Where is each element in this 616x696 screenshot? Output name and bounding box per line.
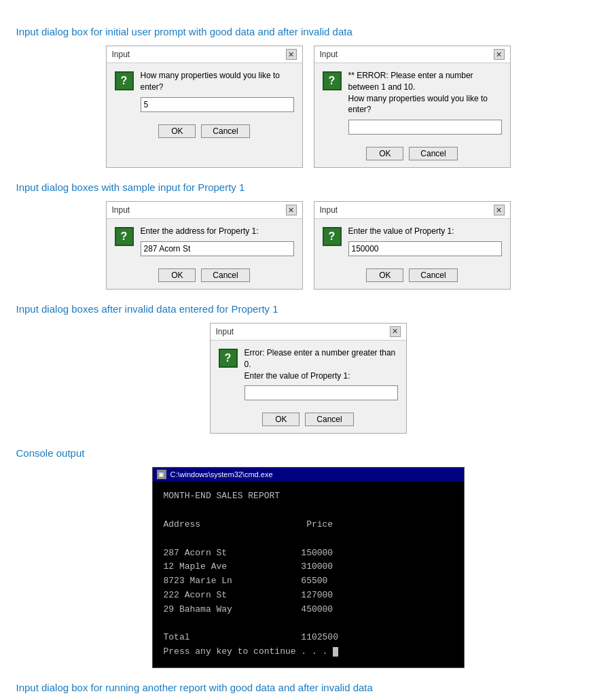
section2-dialog2-cancel[interactable]: Cancel <box>409 268 457 282</box>
console-blank2 <box>164 532 453 546</box>
section4-title: Console output <box>16 447 600 459</box>
section1-dialog2-title: Input <box>320 50 338 59</box>
section5-title: Input dialog box for running another rep… <box>16 682 600 693</box>
section2-dialog2-body: ? Enter the value of Property 1: <box>314 219 510 263</box>
section1-dialog2-message: ** ERROR: Please enter a number between … <box>348 70 502 116</box>
section2-dialog1-body: ? Enter the address for Property 1: <box>107 219 302 263</box>
section2-dialog1-message: Enter the address for Property 1: <box>141 226 294 237</box>
section1-dialog2: Input ✕ ? ** ERROR: Please enter a numbe… <box>314 46 511 168</box>
section3-dialog1-message: Error: Please enter a number greater tha… <box>244 347 398 381</box>
section1-dialog1-ok[interactable]: OK <box>158 124 196 138</box>
section2-heading: Input dialog boxes with sample input for… <box>16 181 600 193</box>
section2-dialog1-input[interactable] <box>141 241 294 256</box>
section2-dialog2-icon: ? <box>323 227 342 246</box>
console-blank1 <box>164 504 453 518</box>
section2-dialog2: Input ✕ ? Enter the value of Property 1:… <box>314 201 511 290</box>
section2-dialog1: Input ✕ ? Enter the address for Property… <box>106 201 303 290</box>
section1-heading: Input dialog box for initial user prompt… <box>16 26 600 37</box>
console-row-1: 12 Maple Ave 310000 <box>164 560 453 574</box>
section3-dialog1-ok[interactable]: OK <box>262 413 300 426</box>
section1-dialog1-message: How many properties would you like to en… <box>141 70 294 93</box>
section3-dialog1-title: Input <box>216 327 234 336</box>
section2-dialog2-input[interactable] <box>348 241 502 256</box>
section3-dialog1-buttons: OK Cancel <box>211 407 406 433</box>
section3-heading: Input dialog boxes after invalid data en… <box>16 303 600 315</box>
section3-dialog1-input[interactable] <box>244 385 398 400</box>
section1-dialog1-titlebar: Input ✕ <box>107 46 302 63</box>
section1-dialog1-cancel[interactable]: Cancel <box>201 124 249 138</box>
console-title-text: C:\windows\system32\cmd.exe <box>170 470 273 478</box>
console-icon: ▣ <box>157 470 166 479</box>
section1-dialog1-input[interactable] <box>141 97 294 112</box>
section1-dialog1-icon: ? <box>115 71 134 90</box>
section3-dialog1-close[interactable]: ✕ <box>390 326 401 337</box>
section2-dialog2-titlebar: Input ✕ <box>314 202 510 219</box>
section3-dialogs: Input ✕ ? Error: Please enter a number g… <box>16 323 600 434</box>
console-titlebar: ▣ C:\windows\system32\cmd.exe <box>153 468 464 481</box>
section2-dialog1-cancel[interactable]: Cancel <box>201 268 249 282</box>
section1-dialog1-body: ? How many properties would you like to … <box>107 63 302 119</box>
section2-dialog2-content: Enter the value of Property 1: <box>348 226 502 256</box>
section1-dialog1: Input ✕ ? How many properties would you … <box>106 46 303 168</box>
section1-dialog1-content: How many properties would you like to en… <box>141 70 294 112</box>
section1-dialog2-close[interactable]: ✕ <box>494 49 505 60</box>
section1-dialog1-buttons: OK Cancel <box>107 119 302 145</box>
section2-dialog2-close[interactable]: ✕ <box>494 205 505 215</box>
console-row-2: 8723 Marie Ln 65500 <box>164 574 453 589</box>
section2-dialog1-close[interactable]: ✕ <box>286 205 297 215</box>
section2-dialog1-ok[interactable]: OK <box>158 268 196 282</box>
section2-dialog2-buttons: OK Cancel <box>314 263 510 289</box>
console-header: MONTH-END SALES REPORT <box>164 489 453 504</box>
section2-dialog1-buttons: OK Cancel <box>107 263 302 289</box>
console-blank3 <box>164 617 453 631</box>
section1-title: Input dialog box for initial user prompt… <box>16 26 600 37</box>
section1-dialogs: Input ✕ ? How many properties would you … <box>16 46 600 168</box>
section1-dialog1-close[interactable]: ✕ <box>286 49 297 60</box>
section2-dialog2-message: Enter the value of Property 1: <box>348 226 502 237</box>
section3-dialog1: Input ✕ ? Error: Please enter a number g… <box>210 323 407 434</box>
console-section: ▣ C:\windows\system32\cmd.exe MONTH-END … <box>16 467 600 668</box>
section3-dialog1-titlebar: Input ✕ <box>211 324 406 341</box>
section2-dialog1-titlebar: Input ✕ <box>107 202 302 219</box>
console-cursor <box>333 647 338 657</box>
section2-dialog1-content: Enter the address for Property 1: <box>141 226 294 256</box>
console-window: ▣ C:\windows\system32\cmd.exe MONTH-END … <box>152 467 465 668</box>
section1-dialog2-input[interactable] <box>348 120 502 135</box>
section1-dialog2-content: ** ERROR: Please enter a number between … <box>348 70 502 135</box>
section5-heading: Input dialog box for running another rep… <box>16 682 600 693</box>
section1-dialog2-body: ? ** ERROR: Please enter a number betwee… <box>314 63 510 141</box>
section1-dialog2-ok[interactable]: OK <box>366 147 403 160</box>
section2-dialog1-title: Input <box>112 205 130 215</box>
section3-dialog1-content: Error: Please enter a number greater tha… <box>244 347 398 400</box>
section2-dialog2-title: Input <box>320 205 338 215</box>
console-row-3: 222 Acorn St 127000 <box>164 589 453 603</box>
console-total: Total 1102500 <box>164 631 453 645</box>
section1-dialog2-titlebar: Input ✕ <box>314 46 510 63</box>
section1-dialog2-icon: ? <box>323 71 342 90</box>
console-row-0: 287 Acorn St 150000 <box>164 546 453 561</box>
section2-dialog1-icon: ? <box>115 227 134 246</box>
section1-dialog2-cancel[interactable]: Cancel <box>409 147 457 160</box>
section3-dialog1-icon: ? <box>219 349 238 368</box>
section3-dialog1-cancel[interactable]: Cancel <box>305 413 353 426</box>
section1-dialog2-buttons: OK Cancel <box>314 141 510 167</box>
section2-title: Input dialog boxes with sample input for… <box>16 181 600 193</box>
section3-title: Input dialog boxes after invalid data en… <box>16 303 600 315</box>
section2-dialog2-ok[interactable]: OK <box>366 268 403 282</box>
section1-dialog1-title: Input <box>112 50 130 59</box>
section3-dialog1-body: ? Error: Please enter a number greater t… <box>211 341 406 407</box>
console-col-headers: Address Price <box>164 518 453 532</box>
console-body: MONTH-END SALES REPORT Address Price 287… <box>153 481 464 667</box>
section2-dialogs: Input ✕ ? Enter the address for Property… <box>16 201 600 290</box>
console-row-4: 29 Bahama Way 450000 <box>164 603 453 617</box>
section4-heading: Console output <box>16 447 600 459</box>
console-footer: Press any key to continue . . . <box>164 645 453 659</box>
